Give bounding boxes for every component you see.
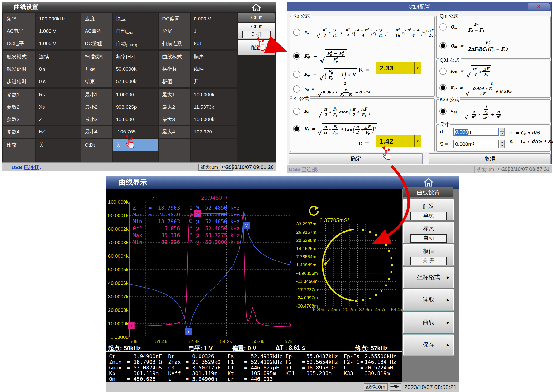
radio-icon[interactable]	[439, 108, 447, 115]
settings-cell[interactable]	[191, 139, 237, 151]
radio-icon[interactable]	[293, 108, 300, 115]
close-icon[interactable]: ×	[528, 3, 550, 10]
s-input[interactable]: 0.000m²	[453, 140, 499, 148]
settings-cell[interactable]: -106.765	[113, 126, 158, 138]
spin-up-button[interactable]: ▲	[500, 128, 504, 132]
settings-cell[interactable]: 1.00000	[113, 89, 158, 101]
sidebar-header[interactable]: 曲线设置	[403, 187, 453, 197]
settings-cell[interactable]: CtDt	[81, 139, 112, 151]
settings-cell[interactable]: 扫描点数	[159, 37, 190, 49]
radio-icon[interactable]	[439, 68, 447, 75]
formula-option[interactable]: K33 = √14π2 ∗ Fs△F + 8π2	[439, 103, 548, 120]
ctdt-config-button[interactable]: 配置 ▶	[237, 40, 275, 55]
sidebar-button-7[interactable]: 保存►	[403, 334, 454, 356]
settings-cell[interactable]: 998.625p	[113, 101, 158, 113]
settings-cell[interactable]: 分屏	[159, 25, 190, 37]
sidebar-button-2[interactable]: 标尺自动	[403, 222, 454, 243]
ctdt-toggle-button[interactable]: CtDt 关-开	[237, 22, 275, 39]
settings-cell[interactable]: 最小4	[81, 126, 112, 138]
settings-cell[interactable]: 扫描类型	[81, 51, 112, 63]
home-icon[interactable]	[422, 177, 435, 187]
radio-icon[interactable]	[293, 85, 300, 92]
cancel-button[interactable]: 取消	[429, 153, 551, 164]
settings-cell[interactable]: 参数4	[3, 126, 35, 138]
settings-cell[interactable]: AC量程	[81, 25, 112, 37]
settings-cell[interactable]: Xs	[36, 101, 81, 113]
settings-cell[interactable]: 11.5373k	[191, 101, 237, 113]
alpha-value-combo[interactable]: 1.42▼	[376, 135, 421, 147]
settings-cell[interactable]: DC量程	[81, 37, 112, 49]
sidebar-button-1[interactable]: 触发单次	[403, 199, 454, 220]
settings-cell[interactable]: 0.000 V	[191, 13, 237, 25]
settings-cell[interactable]: 曲线模式	[159, 51, 190, 63]
settings-cell[interactable]: 开	[191, 76, 237, 87]
formula-option[interactable]: Qm = FsF2 − F1	[439, 20, 548, 34]
settings-cell[interactable]: 快速	[113, 13, 158, 25]
radio-icon[interactable]	[293, 71, 300, 78]
refresh-icon[interactable]	[308, 205, 320, 217]
settings-cell[interactable]: 触发延时	[3, 63, 35, 75]
settings-cell[interactable]: 50.0000k	[113, 63, 158, 75]
formula-option[interactable]: K31 = √π24∗△FFs	[439, 63, 548, 79]
settings-cell[interactable]	[36, 151, 81, 163]
settings-cell[interactable]: 频率[Hz]	[113, 51, 158, 63]
settings-cell[interactable]: Z	[36, 113, 81, 125]
chevron-down-icon[interactable]: ▼	[414, 135, 421, 147]
settings-cell[interactable]: 连续	[36, 51, 81, 63]
settings-cell[interactable]: 1.000 V	[36, 37, 81, 49]
settings-cell[interactable]: 横坐标	[159, 63, 190, 75]
settings-cell[interactable]: 参数1	[3, 89, 35, 101]
settings-cell[interactable]: 结束	[81, 76, 112, 87]
formula-option[interactable]: K31 = √10.404 ∗ Fs△F + 0.595	[439, 80, 548, 96]
formula-option[interactable]: Qm = F2p2πFsRCT(F2p − F2s)	[439, 36, 548, 55]
settings-cell[interactable]: 开始	[81, 63, 112, 75]
settings-cell[interactable]: 100.000k	[191, 89, 237, 101]
settings-cell[interactable]	[159, 151, 190, 163]
settings-cell[interactable]: 100.000k	[191, 113, 237, 125]
sidebar-button-3[interactable]: 极值关-开	[403, 244, 454, 266]
spin-up-button[interactable]: ▲	[500, 140, 504, 144]
settings-cell[interactable]: 线性	[191, 63, 237, 75]
spin-down-button[interactable]: ▼	[500, 144, 504, 148]
chevron-down-icon[interactable]: ▼	[414, 63, 421, 74]
settings-cell[interactable]: 最大4	[159, 126, 190, 138]
settings-cell[interactable]	[113, 151, 158, 163]
formula-option[interactable]: Kt = √π2∗FsFp∗tan(π2∗△FFp)	[293, 104, 432, 119]
home-icon[interactable]	[250, 3, 263, 12]
settings-cell[interactable]: 1.000 V	[36, 25, 81, 37]
settings-cell[interactable]: 0 s	[36, 63, 81, 75]
ctdt-toggle-state[interactable]: 关-开	[242, 31, 271, 38]
settings-cell[interactable]: 最小1	[81, 89, 112, 101]
ok-button[interactable]: 确定	[289, 153, 423, 164]
settings-cell[interactable]: 57.0000k	[113, 76, 158, 87]
settings-cell[interactable]: 最小3	[81, 113, 112, 125]
radio-icon[interactable]	[293, 125, 300, 133]
settings-cell[interactable]: 最小2	[81, 101, 112, 113]
settings-cell[interactable]: 10.0000	[113, 113, 158, 125]
settings-cell[interactable]: 最大2	[159, 101, 190, 113]
radio-icon[interactable]	[293, 29, 300, 36]
radio-icon[interactable]	[439, 84, 447, 91]
settings-cell[interactable]: 最大3	[159, 113, 190, 125]
sidebar-button-5[interactable]: 读取►	[403, 289, 454, 311]
settings-cell[interactable]: 参数3	[3, 113, 35, 125]
settings-cell[interactable]	[81, 151, 112, 163]
settings-cell[interactable]: 自动(100kΩ)	[113, 37, 158, 49]
settings-cell[interactable]: 1	[191, 25, 237, 37]
radio-icon[interactable]	[293, 52, 300, 60]
d-input[interactable]: 0.000m	[453, 128, 499, 136]
settings-cell[interactable]	[3, 151, 35, 163]
settings-cell[interactable]: 801	[191, 37, 237, 49]
settings-cell[interactable]	[159, 139, 190, 151]
radio-icon[interactable]	[439, 42, 447, 49]
settings-cell[interactable]: Rs	[36, 89, 81, 101]
settings-cell[interactable]: 100.000kHz	[36, 13, 81, 25]
settings-cell[interactable]: AC电平	[3, 25, 35, 37]
settings-cell[interactable]: 102.320	[191, 126, 237, 138]
settings-cell[interactable]: 0 s	[36, 76, 81, 87]
settings-cell[interactable]: 步进延时	[3, 76, 35, 87]
ctdt-state-cell[interactable]: 关	[113, 139, 158, 151]
settings-cell[interactable]	[191, 151, 237, 163]
spin-down-button[interactable]: ▼	[500, 132, 504, 136]
sidebar-button-6[interactable]: 曲线►	[403, 312, 454, 333]
